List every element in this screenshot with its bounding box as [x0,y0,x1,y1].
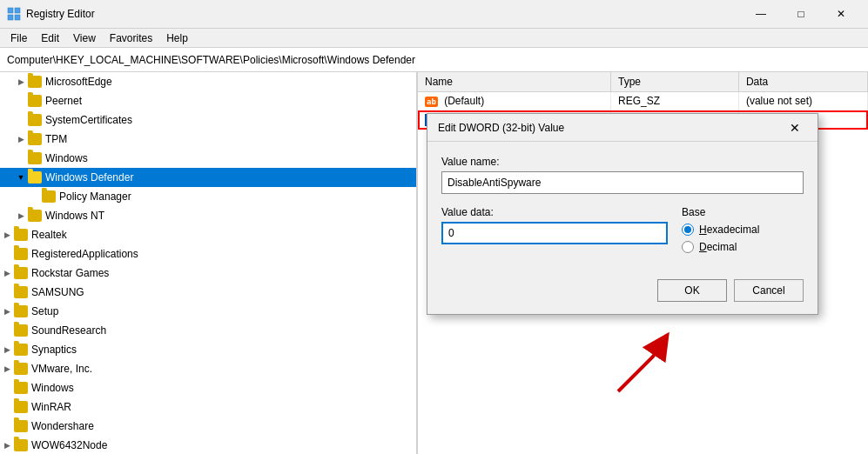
folder-icon [14,305,28,317]
tree-label: Peernet [45,95,82,107]
folder-icon [28,133,42,145]
value-data-row: Value data: Base Hexadecimal Decimal [441,206,804,258]
folder-icon [14,363,28,375]
menu-help[interactable]: Help [159,30,195,46]
value-data-label: Value data: [441,206,668,218]
tree-label: Windows [45,152,88,164]
window-controls: — □ ✕ [741,0,861,29]
menu-bar: File Edit View Favorites Help [0,29,868,48]
tree-item-microsoftedge[interactable]: ▶ MicrosoftEdge [0,72,416,91]
tree-item-winrar[interactable]: WinRAR [0,397,416,417]
decimal-label: Decimal [699,241,737,253]
tree-label: WinRAR [31,401,71,413]
tree-item-wondershare[interactable]: Wondershare [0,417,416,436]
menu-view[interactable]: View [66,30,103,46]
menu-edit[interactable]: Edit [34,30,66,46]
tree-item-setup[interactable]: ▶ Setup [0,302,416,321]
tree-label: Windows [31,382,74,394]
dialog-close-button[interactable]: ✕ [783,118,807,137]
tree-item-synaptics[interactable]: ▶ Synaptics [0,340,416,359]
col-name: Name [418,72,610,91]
folder-icon [14,248,28,260]
tree-item-windows[interactable]: Windows [0,149,416,168]
value-name-input[interactable] [441,171,804,194]
value-data-input[interactable] [441,222,668,244]
tree-label: SAMSUNG [31,286,84,298]
expand-arrow [14,113,28,127]
tree-label: SystemCertificates [45,114,132,126]
maximize-button[interactable]: □ [781,0,821,29]
hexadecimal-radio[interactable] [682,224,694,236]
edit-dword-dialog: Edit DWORD (32-bit) Value ✕ Value name: … [427,113,818,315]
expand-arrow: ▶ [14,75,28,89]
tree-item-tpm[interactable]: ▶ TPM [0,130,416,149]
reg-type: REG_SZ [610,91,738,110]
expand-arrow [0,419,14,433]
folder-icon [14,344,28,356]
folder-icon [14,439,28,451]
folder-icon [28,76,42,88]
tree-item-wow6432[interactable]: ▶ WOW6432Node [0,436,416,454]
tree-item-rockstar[interactable]: ▶ Rockstar Games [0,264,416,283]
menu-file[interactable]: File [3,30,34,46]
cancel-button[interactable]: Cancel [734,279,804,302]
folder-icon [42,190,56,203]
tree-item-windows-nt[interactable]: ▶ Windows NT [0,206,416,225]
svg-rect-1 [15,8,20,13]
minimize-button[interactable]: — [741,0,781,29]
decimal-radio-row[interactable]: Decimal [682,241,804,253]
table-row[interactable]: ab (Default) REG_SZ (value not set) [418,91,868,110]
base-section: Base Hexadecimal Decimal [682,206,804,258]
expand-arrow [0,285,14,299]
title-bar: Registry Editor — □ ✕ [0,0,868,29]
dialog-titlebar: Edit DWORD (32-bit) Value ✕ [427,114,818,142]
close-button[interactable]: ✕ [821,0,861,29]
decimal-radio[interactable] [682,241,694,253]
svg-rect-3 [15,15,20,20]
folder-icon [14,324,28,337]
tree-label: RegisteredApplications [31,248,138,260]
reg-data: (value not set) [738,91,867,110]
reg-name: ab (Default) [418,91,610,110]
tree-item-windows2[interactable]: Windows [0,378,416,397]
address-path: Computer\HKEY_LOCAL_MACHINE\SOFTWARE\Pol… [7,54,415,66]
address-bar: Computer\HKEY_LOCAL_MACHINE\SOFTWARE\Pol… [0,48,868,72]
expand-arrow [14,94,28,108]
tree-label: SoundResearch [31,324,106,337]
expand-arrow [0,381,14,395]
value-data-section: Value data: [441,206,668,244]
tree-item-samsung[interactable]: SAMSUNG [0,283,416,302]
tree-label: Rockstar Games [31,267,109,279]
tree-item-vmware[interactable]: ▶ VMware, Inc. [0,359,416,378]
expand-arrow [28,190,42,204]
expand-arrow: ▶ [0,343,14,357]
tree-label: Realtek [31,229,67,241]
svg-rect-2 [8,15,13,20]
ok-button[interactable]: OK [657,279,727,302]
expand-arrow [14,151,28,165]
tree-label: VMware, Inc. [31,363,92,375]
value-name-label: Value name: [441,156,804,168]
tree-item-windows-defender[interactable]: ▼ Windows Defender [0,168,416,187]
tree-item-realtek[interactable]: ▶ Realtek [0,225,416,244]
tree-item-registeredapps[interactable]: RegisteredApplications [0,244,416,264]
tree-label: Policy Manager [59,190,131,203]
tree-item-systemcertificates[interactable]: SystemCertificates [0,110,416,130]
expand-arrow: ▼ [14,170,28,184]
app-icon [7,7,21,21]
tree-item-policy-manager[interactable]: Policy Manager [0,187,416,206]
tree-label: Windows NT [45,210,104,222]
hexadecimal-label: Hexadecimal [699,224,759,236]
menu-favorites[interactable]: Favorites [103,30,159,46]
tree-item-soundresearch[interactable]: SoundResearch [0,321,416,340]
tree-label: WOW6432Node [31,439,107,451]
folder-icon [14,382,28,394]
window-title: Registry Editor [26,8,741,20]
folder-icon [28,152,42,164]
tree-label: MicrosoftEdge [45,76,112,88]
tree-item-peernet[interactable]: Peernet [0,91,416,110]
ab-icon: ab [425,97,438,107]
expand-arrow: ▶ [14,209,28,223]
hexadecimal-radio-row[interactable]: Hexadecimal [682,224,804,236]
expand-arrow: ▶ [14,132,28,146]
